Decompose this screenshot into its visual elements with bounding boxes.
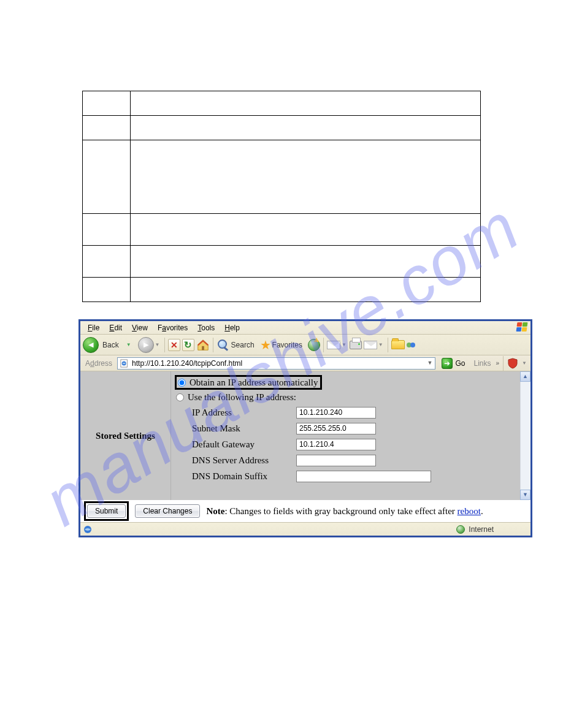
ie-page-icon — [120, 359, 129, 368]
people-icon — [407, 343, 415, 347]
go-label: Go — [455, 360, 465, 367]
svg-rect-0 — [202, 346, 204, 349]
gateway-input[interactable] — [296, 439, 376, 450]
mask-input[interactable] — [296, 423, 376, 434]
option-auto-highlight: Obtain an IP address automatically — [175, 375, 322, 390]
ip-input[interactable] — [296, 407, 376, 419]
separator — [323, 338, 324, 352]
menu-edit[interactable]: Edit — [104, 322, 127, 333]
back-label: Back — [101, 341, 123, 349]
chevron-down-icon: ▼ — [154, 343, 161, 347]
search-label: Search — [230, 341, 258, 349]
scroll-down-button[interactable]: ▼ — [520, 490, 530, 500]
dns-input[interactable] — [296, 455, 376, 466]
star-icon: ★ — [260, 339, 271, 351]
radio-auto[interactable] — [178, 379, 186, 387]
history-icon — [308, 339, 320, 351]
mail-icon — [327, 341, 340, 349]
menu-file[interactable]: Filedocument.currentScript.previousEleme… — [83, 322, 104, 333]
page-content: ▲ ▼ Stored Settings Obtain an IP address… — [80, 371, 530, 500]
button-row: Submit Clear Changes Note: Changes to fi… — [80, 500, 530, 522]
status-bar: Internet — [80, 522, 530, 536]
menu-bar: Filedocument.currentScript.previousEleme… — [80, 321, 530, 335]
home-button[interactable] — [196, 336, 210, 354]
chevron-down-icon[interactable]: ▼ — [427, 360, 433, 366]
printer-icon — [350, 341, 362, 349]
gateway-label: Default Gateway — [192, 440, 296, 449]
separator — [388, 338, 388, 352]
suffix-input[interactable] — [296, 471, 431, 482]
form-area: Obtain an IP address automatically Use t… — [171, 371, 530, 500]
ie-icon — [83, 525, 93, 534]
scroll-up-button[interactable]: ▲ — [520, 371, 530, 382]
forward-button[interactable]: ▼ — [138, 336, 161, 354]
radio-manual-label: Use the following IP address: — [188, 393, 296, 402]
zone-indicator: Internet — [456, 525, 530, 534]
browser-window: Filedocument.currentScript.previousEleme… — [79, 319, 532, 537]
clear-button[interactable]: Clear Changes — [135, 504, 200, 518]
menu-tools[interactable]: Tools — [193, 322, 220, 333]
favorites-button[interactable]: ★ Favorites — [260, 336, 306, 354]
history-button[interactable] — [308, 336, 320, 354]
refresh-icon: ↻ — [182, 339, 194, 351]
print-button[interactable] — [350, 336, 362, 354]
zone-label: Internet — [469, 526, 494, 533]
scrollbar-track[interactable] — [520, 382, 530, 490]
note-prefix: Note — [206, 506, 224, 516]
chevron-down-icon: ▼ — [340, 343, 348, 347]
separator — [213, 338, 213, 352]
empty-table — [82, 91, 481, 302]
radio-auto-label: Obtain an IP address automatically — [190, 378, 318, 387]
search-icon — [216, 338, 230, 352]
favorites-label: Favorites — [271, 341, 306, 349]
stop-icon: ✕ — [168, 339, 180, 351]
reboot-link[interactable]: reboot — [458, 506, 481, 516]
menu-view[interactable]: View — [127, 322, 153, 333]
dns-label: DNS Server Address — [192, 456, 296, 465]
section-label: Stored Settings — [80, 371, 171, 500]
radio-manual[interactable] — [176, 393, 184, 401]
home-icon — [196, 338, 210, 352]
address-url: http://10.1.210.240/tcpipConf.html — [132, 360, 242, 367]
menu-help[interactable]: Help — [220, 322, 245, 333]
separator — [503, 356, 504, 371]
menu-favorites[interactable]: Favorites — [153, 322, 193, 333]
address-label: Address — [83, 360, 115, 367]
edit-button[interactable]: ▼ — [364, 336, 385, 354]
separator — [164, 338, 165, 352]
messenger-button[interactable] — [407, 336, 415, 354]
go-button[interactable]: ➜ Go — [438, 357, 469, 370]
forward-icon — [138, 337, 154, 353]
go-icon: ➜ — [442, 358, 453, 369]
note-suffix: . — [481, 506, 483, 516]
back-icon — [83, 337, 99, 353]
globe-icon — [456, 525, 465, 534]
edit-icon — [364, 341, 377, 349]
refresh-button[interactable]: ↻ — [182, 336, 194, 354]
folder-button[interactable] — [391, 336, 405, 354]
suffix-label: DNS Domain Suffix — [192, 472, 296, 481]
windows-flag-icon — [516, 322, 528, 333]
chevron-right-icon[interactable]: » — [496, 360, 500, 366]
address-input[interactable]: http://10.1.210.240/tcpipConf.html ▼ — [117, 357, 435, 370]
chevron-down-icon[interactable]: ▼ — [521, 361, 528, 366]
mail-button[interactable]: ▼ — [327, 336, 348, 354]
toolbar: Back ▼ ▼ ✕ ↻ Search ★ Favorites — [80, 335, 530, 355]
note-text: Note: Changes to fields with gray backgr… — [206, 507, 483, 516]
chevron-down-icon: ▼ — [125, 343, 132, 347]
mask-label: Subnet Mask — [192, 424, 296, 433]
address-bar: Address http://10.1.210.240/tcpipConf.ht… — [80, 355, 530, 371]
note-body: : Changes to fields with gray background… — [224, 506, 457, 516]
back-button[interactable]: Back ▼ — [83, 336, 136, 354]
submit-button[interactable]: Submit — [87, 504, 126, 518]
shield-icon[interactable] — [507, 358, 518, 369]
links-label[interactable]: Links — [472, 360, 494, 367]
ip-label: IP Address — [192, 408, 296, 417]
folder-icon — [391, 340, 405, 349]
search-button[interactable]: Search — [216, 336, 258, 354]
stop-button[interactable]: ✕ — [168, 336, 180, 354]
submit-highlight: Submit — [84, 501, 129, 521]
chevron-down-icon: ▼ — [377, 343, 385, 347]
